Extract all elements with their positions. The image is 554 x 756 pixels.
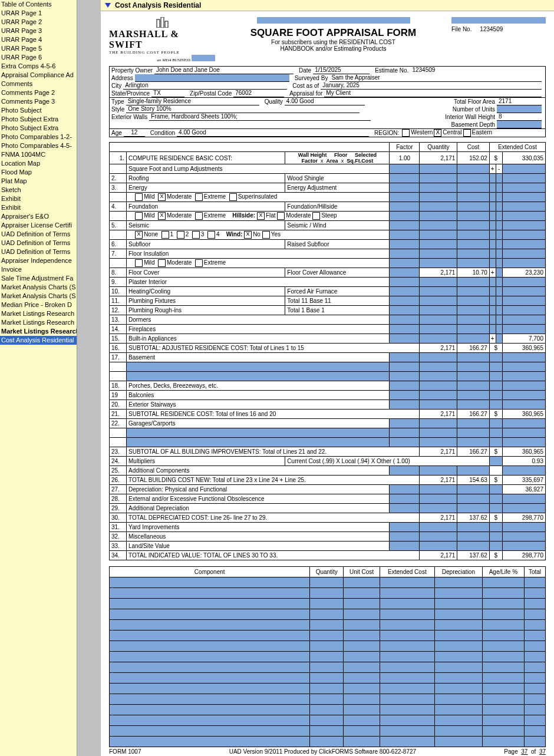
form-id: FORM 1007 [109,748,141,755]
checkbox[interactable] [161,231,169,239]
sidebar-item[interactable]: URAR Page 1 [0,9,77,18]
type-lbl: Type [110,98,126,105]
blue-patch [192,55,215,61]
checkbox[interactable] [135,259,143,267]
sidebar-item[interactable]: Appraisal Compliance Ad [0,71,77,80]
checkbox[interactable]: X [135,231,143,239]
file-no-label: File No. [451,26,471,32]
sidebar-item[interactable]: Plat Map [0,177,77,186]
footer: FORM 1007 UAD Version 9/2011 Produced by… [101,747,554,756]
sidebar-item[interactable]: Exhibit [0,203,77,212]
age-val[interactable]: 12 [124,129,145,137]
sidebar-item[interactable]: Comments [0,80,77,88]
r1-ext[interactable]: 330,035 [502,152,545,164]
sidebar-item[interactable]: Market Listings Research [0,309,77,318]
type-val[interactable]: Single-family Residence [126,98,259,105]
sidebar-item[interactable]: URAR Page 2 [0,18,77,27]
sidebar-item[interactable]: URAR Page 4 [0,35,77,44]
sidebar-item[interactable]: URAR Page 5 [0,44,77,53]
checkbox[interactable] [195,212,203,220]
info-box: Property Owner John Doe and Jane Doe Dat… [109,66,546,137]
sidebar-item[interactable]: Market Listings Research [0,318,77,327]
sidebar-item[interactable]: Photo Comparables 4-5- [0,141,77,150]
sidebar-item[interactable]: Table of Contents [0,0,77,9]
checkbox[interactable] [229,193,237,201]
file-no: 1234509 [480,26,503,32]
sidebar-item[interactable]: URAR Page 6 [0,53,77,62]
estno-val[interactable]: 1234509 [410,67,455,74]
bd-val[interactable] [497,121,542,128]
cond-val[interactable]: 4.00 Good [177,129,369,137]
svg-rect-3 [165,21,168,28]
footer-mid: UAD Version 9/2011 Produced by ClickFORM… [229,748,416,755]
sidebar-item[interactable]: Appraiser's E&O [0,212,77,221]
sidebar-item[interactable]: URAR Page 3 [0,27,77,35]
zip-val[interactable]: 76002 [233,90,284,97]
sidebar-item[interactable]: Exhibit [0,194,77,203]
sidebar-item[interactable]: FNMA 1004MC [0,150,77,159]
form-sub1: For subscribers using the RESIDENTIAL CO… [215,39,451,45]
sidebar-item[interactable]: Market Analysis Charts (S [0,283,77,292]
sidebar-item[interactable]: Photo Subject Extra [0,115,77,124]
region-eastern-cb[interactable] [463,129,471,137]
date-val[interactable]: 1/15/2025 [313,67,370,74]
table-row [110,694,546,705]
costas-val[interactable]: January, 2025 [321,82,542,90]
apprfor-val[interactable]: My Client [324,90,542,97]
checkbox[interactable] [192,231,200,239]
sidebar-item[interactable]: Sale Time Adjustment Fa [0,274,77,283]
region-western-cb[interactable] [402,129,410,137]
table-row [110,726,546,737]
checkbox[interactable] [177,231,184,239]
sidebar-item[interactable]: UAD Definition of Terms [0,230,77,239]
checkbox[interactable] [135,193,143,201]
sidebar-item[interactable]: Extra Comps 4-5-6 [0,62,77,71]
sidebar-item[interactable]: Appraiser Independence [0,256,77,265]
sidebar-item[interactable]: Photo Subject Extra [0,124,77,133]
ext-val[interactable]: Frame, Hardboard Sheets 100%; [149,113,371,121]
tfa-val[interactable]: 2171 [497,98,542,105]
iwh-val[interactable]: 8 [497,113,542,121]
sidebar-item[interactable]: UAD Definition of Terms [0,247,77,256]
apprfor-lbl: Appraisal for [288,90,324,97]
r1-cost[interactable]: 152.02 [457,152,489,164]
sidebar-item[interactable]: UAD Definition of Terms [0,239,77,247]
sidebar-item[interactable]: Cost Analysis Residential [0,336,77,345]
addr-val[interactable] [135,74,289,82]
qual-val[interactable]: 4.00 Good [285,98,365,105]
sidebar-item[interactable]: Photo Comparables 1-2- [0,133,77,141]
owner-val[interactable]: John Doe and Jane Doe [154,67,294,74]
sidebar-item[interactable]: Market Analysis Charts (S [0,292,77,301]
r1-qty[interactable]: 2,171 [420,152,457,164]
table-row [110,599,546,609]
gap [77,0,101,756]
sidebar-item[interactable]: Comments Page 2 [0,88,77,97]
style-val[interactable]: One Story 100% [126,105,360,113]
checkbox[interactable] [195,193,203,201]
sidebar-item[interactable]: Invoice [0,265,77,274]
checkbox[interactable] [195,259,203,267]
sidebar-item[interactable]: Median Price - Broken D [0,301,77,309]
sidebar-item[interactable]: Appraiser License Certifi [0,221,77,230]
checkbox[interactable]: X [158,212,166,220]
sidebar-item[interactable]: Photo Subject [0,106,77,115]
sidebar-item[interactable]: Market Listings Research [0,327,77,336]
state-val[interactable]: TX [151,90,184,97]
city-val[interactable]: Arlington [123,82,287,90]
sidebar-item[interactable]: Location Map [0,159,77,168]
region-central-cb[interactable]: X [434,129,441,137]
svg-rect-2 [161,17,164,28]
sidebar-item[interactable]: Sketch [0,186,77,194]
r1-factor[interactable]: 1.00 [390,152,420,164]
sidebar-item[interactable]: Comments Page 3 [0,97,77,106]
logo-tag: an MDA BUSINESS [157,58,191,62]
titlebar: Cost Analysis Residential [101,0,554,11]
checkbox[interactable] [207,231,215,239]
checkbox[interactable]: X [158,193,166,201]
qual-lbl: Quality [263,98,285,105]
checkbox[interactable] [158,259,166,267]
surv-val[interactable]: Sam the Appraiser [329,74,542,82]
units-val[interactable] [497,105,542,113]
sidebar-item[interactable]: Flood Map [0,168,77,177]
checkbox[interactable] [135,212,143,220]
